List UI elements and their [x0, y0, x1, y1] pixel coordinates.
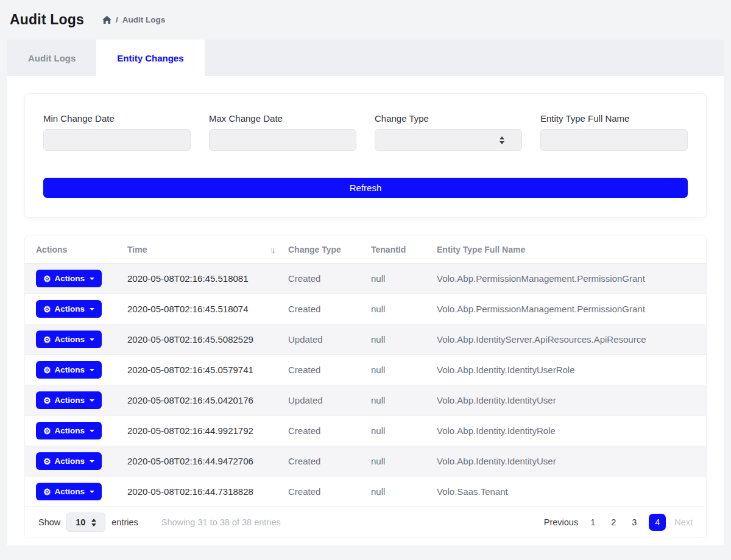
cell-time: 2020-05-08T02:16:44.7318828	[127, 486, 288, 497]
cell-entity-type: Volo.Abp.Identity.IdentityUser	[437, 456, 706, 466]
row-actions-button[interactable]: ⚙Actions	[36, 361, 102, 379]
table-row: ⚙Actions 2020-05-08T02:16:45.0420176 Upd…	[25, 385, 706, 416]
row-actions-button[interactable]: ⚙Actions	[36, 483, 102, 500]
gear-icon: ⚙	[43, 366, 51, 374]
cell-entity-type: Volo.Abp.PermissionManagement.Permission…	[437, 304, 706, 314]
gear-icon: ⚙	[43, 335, 51, 344]
cell-time: 2020-05-08T02:16:45.518081	[127, 273, 288, 284]
gear-icon: ⚙	[43, 488, 51, 496]
tab-entity-changes[interactable]: Entity Changes	[96, 40, 204, 76]
column-header-time-label: Time	[127, 245, 147, 254]
gear-icon: ⚙	[43, 396, 51, 405]
row-actions-button[interactable]: ⚙Actions	[36, 331, 102, 348]
cell-time: 2020-05-08T02:16:44.9472706	[127, 456, 288, 466]
filter-change-type: Change Type	[375, 113, 522, 151]
entity-changes-table: Actions Time ↑↓ Change Type TenantId Ent…	[24, 236, 707, 538]
showing-entries-text: Showing 31 to 38 of 38 entries	[161, 517, 281, 527]
cell-time: 2020-05-08T02:16:45.0420176	[127, 395, 288, 405]
row-actions-button[interactable]: ⚙Actions	[36, 452, 102, 470]
top-header: Audit Logs / Audit Logs	[0, 0, 731, 40]
refresh-button[interactable]: Refresh	[43, 178, 688, 198]
cell-entity-type: Volo.Abp.Identity.IdentityUserRole	[437, 365, 706, 375]
cell-tenant-id: null	[371, 273, 437, 284]
cell-tenant-id: null	[371, 365, 437, 375]
column-header-tenant-id: TenantId	[371, 245, 437, 254]
filter-max-change-date: Max Change Date	[209, 113, 356, 151]
cell-change-type: Created	[288, 456, 371, 466]
pagination-page-2[interactable]: 2	[607, 517, 620, 527]
table-header-row: Actions Time ↑↓ Change Type TenantId Ent…	[25, 236, 706, 264]
entity-type-full-name-input[interactable]	[540, 129, 688, 151]
cell-change-type: Created	[288, 304, 371, 314]
gear-icon: ⚙	[43, 275, 51, 283]
min-change-date-input[interactable]	[43, 129, 191, 151]
actions-button-label: Actions	[55, 274, 85, 283]
pagination-previous[interactable]: Previous	[544, 517, 578, 527]
tab-bar: Audit Logs Entity Changes	[7, 40, 724, 76]
filter-min-change-date: Min Change Date	[43, 113, 191, 151]
cell-time: 2020-05-08T02:16:45.0579741	[127, 365, 288, 375]
row-actions-button[interactable]: ⚙Actions	[36, 270, 102, 287]
max-change-date-input[interactable]	[209, 129, 356, 151]
cell-change-type: Created	[288, 365, 371, 375]
cell-tenant-id: null	[371, 425, 437, 436]
table-row: ⚙Actions 2020-05-08T02:16:45.5082529 Upd…	[25, 324, 706, 355]
cell-entity-type: Volo.Abp.IdentityServer.ApiResources.Api…	[437, 334, 706, 345]
caret-down-icon	[90, 338, 94, 341]
pagination-page-1[interactable]: 1	[587, 517, 599, 527]
change-type-select[interactable]	[375, 129, 522, 151]
page-size-select[interactable]: 10	[66, 513, 105, 532]
cell-tenant-id: null	[371, 456, 437, 466]
max-change-date-label: Max Change Date	[209, 113, 356, 124]
show-label: Show	[38, 517, 60, 527]
column-header-actions: Actions	[36, 245, 127, 254]
table-row: ⚙Actions 2020-05-08T02:16:45.518081 Crea…	[25, 264, 706, 294]
pagination-page-4-active[interactable]: 4	[649, 514, 666, 531]
breadcrumb: / Audit Logs	[102, 15, 165, 24]
cell-change-type: Created	[288, 273, 371, 284]
table-row: ⚙Actions 2020-05-08T02:16:44.9472706 Cre…	[25, 446, 706, 477]
gear-icon: ⚙	[43, 457, 51, 466]
row-actions-button[interactable]: ⚙Actions	[36, 422, 102, 439]
cell-tenant-id: null	[371, 334, 437, 345]
cell-tenant-id: null	[371, 304, 437, 314]
cell-entity-type: Volo.Abp.Identity.IdentityRole	[437, 425, 706, 436]
actions-button-label: Actions	[55, 365, 85, 374]
cell-time: 2020-05-08T02:16:45.5082529	[127, 334, 288, 345]
tab-audit-logs[interactable]: Audit Logs	[7, 40, 96, 76]
home-icon[interactable]	[102, 16, 111, 24]
caret-down-icon	[90, 460, 94, 463]
actions-button-label: Actions	[55, 487, 85, 496]
caret-down-icon	[90, 369, 94, 371]
breadcrumb-separator: /	[116, 15, 118, 24]
min-change-date-label: Min Change Date	[43, 113, 191, 124]
select-arrows-icon	[500, 136, 504, 144]
table-row: ⚙Actions 2020-05-08T02:16:45.0579741 Cre…	[25, 355, 706, 385]
column-header-change-type: Change Type	[288, 245, 371, 254]
caret-down-icon	[90, 278, 94, 280]
actions-button-label: Actions	[55, 335, 85, 344]
tab-content-panel: Min Change Date Max Change Date Change T…	[7, 76, 724, 545]
actions-button-label: Actions	[55, 426, 85, 435]
pagination-page-3[interactable]: 3	[628, 517, 640, 527]
row-actions-button[interactable]: ⚙Actions	[36, 391, 102, 409]
caret-down-icon	[90, 399, 94, 402]
sort-icon[interactable]: ↑↓	[269, 245, 274, 254]
cell-change-type: Updated	[288, 334, 371, 345]
cell-entity-type: Volo.Abp.PermissionManagement.Permission…	[437, 273, 706, 284]
gear-icon: ⚙	[43, 427, 51, 435]
filter-entity-type-full-name: Entity Type Full Name	[540, 113, 688, 151]
cell-change-type: Updated	[288, 395, 371, 405]
column-header-time[interactable]: Time ↑↓	[127, 245, 288, 254]
cell-time: 2020-05-08T02:16:45.518074	[127, 304, 288, 314]
page-size-value: 10	[76, 517, 85, 527]
cell-entity-type: Volo.Saas.Tenant	[437, 486, 706, 497]
cell-change-type: Created	[288, 486, 371, 497]
select-arrows-icon	[91, 519, 96, 527]
pagination-next[interactable]: Next	[674, 517, 693, 527]
filter-card: Min Change Date Max Change Date Change T…	[24, 93, 707, 218]
cell-time: 2020-05-08T02:16:44.9921792	[127, 425, 288, 436]
row-actions-button[interactable]: ⚙Actions	[36, 300, 102, 318]
table-footer: Show 10 entries Showing 31 to 38 of 38 e…	[25, 507, 706, 537]
cell-tenant-id: null	[371, 486, 437, 497]
